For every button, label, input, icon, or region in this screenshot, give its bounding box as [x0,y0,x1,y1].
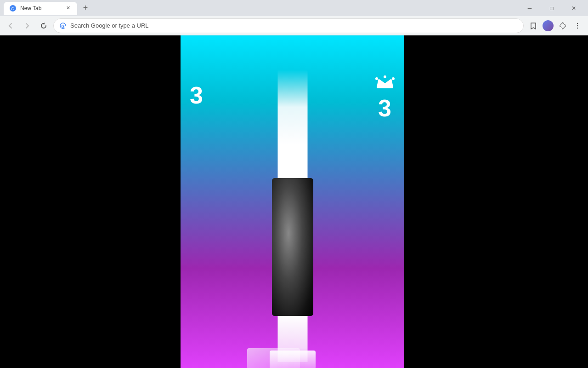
browser-frame: G New Tab ✕ + ─ □ ✕ G [0,0,588,368]
svg-point-6 [577,27,578,28]
tab-close-button[interactable]: ✕ [64,5,72,12]
title-bar: G New Tab ✕ + ─ □ ✕ [0,0,588,16]
svg-point-4 [577,23,578,23]
maximize-button[interactable]: □ [541,0,562,16]
side-right-black [404,35,588,368]
svg-marker-7 [377,79,393,87]
tab-favicon: G [9,5,17,12]
address-bar[interactable]: G Search Google or type a URL [53,18,524,33]
side-left-black [0,35,181,368]
profile-avatar [543,20,554,31]
game-container[interactable]: 3 3 [181,35,404,368]
svg-point-5 [577,25,578,26]
pole-top [277,70,307,194]
crown-icon [375,73,395,94]
browser-tab[interactable]: G New Tab ✕ [4,2,77,15]
menu-button[interactable] [571,19,584,33]
forward-button[interactable] [20,19,34,33]
google-icon: G [59,22,67,29]
browser-toolbar: G Search Google or type a URL [0,16,588,35]
extensions-button[interactable] [556,19,570,33]
bookmark-button[interactable] [526,19,540,33]
dark-block [272,178,313,316]
score-display: 3 [190,81,203,109]
best-score-display: 3 [378,94,391,122]
back-button[interactable] [4,19,17,33]
close-button[interactable]: ✕ [563,0,584,16]
svg-point-10 [384,75,386,78]
platform-left [247,348,300,368]
minimize-button[interactable]: ─ [519,0,540,16]
address-text: Search Google or type a URL [70,22,518,29]
svg-rect-11 [377,86,393,88]
profile-button[interactable] [541,19,555,33]
new-tab-button[interactable]: + [79,2,92,15]
svg-point-9 [392,77,395,80]
svg-text:G: G [62,23,65,28]
window-controls: ─ □ ✕ [519,0,584,16]
refresh-button[interactable] [37,19,51,33]
svg-text:G: G [11,6,14,11]
svg-point-8 [375,77,378,80]
tab-title: New Tab [20,5,61,12]
toolbar-actions [526,19,584,33]
